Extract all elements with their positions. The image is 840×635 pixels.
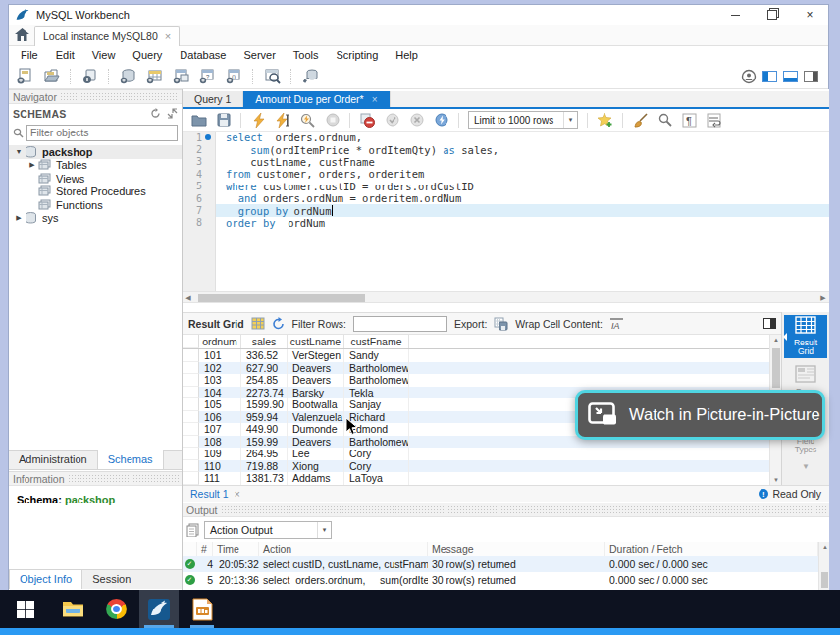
cell-custlname[interactable]: Deavers — [288, 362, 344, 375]
tree-collapsed-icon[interactable]: ▶ — [26, 161, 38, 169]
cell-ordnum[interactable]: 105 — [199, 398, 241, 411]
output-row[interactable]: ✓420:05:32select custID, custLname, cust… — [183, 556, 818, 572]
search-data-button[interactable] — [262, 67, 282, 86]
code-line[interactable]: select orders.ordnum, — [226, 132, 829, 143]
collapse-panel-icon[interactable] — [167, 108, 178, 119]
editor-horizontal-scrollbar[interactable]: ◀ ▶ — [183, 291, 829, 303]
output-vertical-scrollbar[interactable]: ▲ — [818, 542, 829, 590]
tree-item-sys[interactable]: ▶sys — [9, 212, 182, 226]
find-button[interactable] — [656, 112, 673, 129]
menu-item-query[interactable]: Query — [124, 49, 171, 61]
row-selector[interactable] — [183, 374, 199, 387]
row-selector[interactable] — [183, 411, 199, 424]
tree-expanded-icon[interactable]: ▼ — [13, 148, 25, 155]
save-script-button[interactable] — [215, 112, 232, 129]
execute-query-button[interactable] — [250, 112, 267, 129]
menu-item-scripting[interactable]: Scripting — [328, 49, 388, 61]
scroll-right-arrow[interactable]: ▶ — [817, 292, 829, 304]
table-row[interactable]: 103254.85DeaversBartholomew — [183, 374, 769, 387]
cell-ordnum[interactable]: 110 — [199, 460, 241, 473]
close-icon[interactable]: × — [165, 31, 171, 42]
close-icon[interactable]: × — [372, 94, 378, 105]
cell-custlname[interactable]: Valenzuela — [288, 411, 344, 424]
libreoffice-impress-taskbar-button[interactable] — [183, 590, 222, 628]
cell-ordnum[interactable]: 108 — [199, 436, 241, 449]
toggle-left-panel-button[interactable] — [762, 71, 777, 82]
cell-custfname[interactable]: Bartholomew — [344, 362, 409, 375]
toggle-right-panel-button[interactable] — [804, 71, 818, 82]
cell-custlname[interactable]: Dumonde — [288, 423, 344, 436]
mysql-workbench-taskbar-button[interactable] — [139, 590, 179, 628]
menu-item-view[interactable]: View — [83, 49, 125, 61]
row-selector[interactable] — [183, 448, 199, 460]
row-selector[interactable] — [183, 398, 199, 411]
row-selector[interactable] — [183, 349, 199, 362]
output-type-dropdown[interactable]: Action Output ▾ — [204, 521, 332, 539]
cell-ordnum[interactable]: 102 — [199, 362, 241, 375]
open-file-button[interactable] — [190, 112, 207, 129]
menu-item-edit[interactable]: Edit — [47, 49, 83, 61]
cell-custfname[interactable]: Sanjay — [344, 398, 409, 411]
scrollbar-thumb[interactable] — [772, 348, 780, 388]
cell-sales[interactable]: 627.90 — [241, 362, 288, 375]
filter-rows-input[interactable] — [353, 316, 447, 332]
chevron-down-icon[interactable]: ▼ — [802, 462, 810, 471]
row-selector[interactable] — [183, 460, 199, 473]
cell-custlname[interactable]: Barsky — [288, 387, 344, 399]
code-line[interactable]: order by ordNum — [226, 217, 829, 229]
picture-in-picture-button[interactable]: Watch in Picture-in-Picture — [575, 390, 825, 440]
cell-custfname[interactable]: Cory — [344, 448, 409, 460]
file-explorer-button[interactable] — [53, 590, 92, 628]
tab-administration[interactable]: Administration — [9, 450, 97, 469]
maximize-grid-icon[interactable] — [763, 318, 776, 329]
tree-collapsed-icon[interactable]: ▶ — [13, 214, 25, 222]
row-selector[interactable] — [183, 387, 199, 399]
rollback-button[interactable] — [408, 112, 425, 129]
toggle-word-wrap-button[interactable] — [706, 112, 722, 129]
cell-ordnum[interactable]: 109 — [199, 448, 241, 460]
tab-object-info[interactable]: Object Info — [9, 569, 82, 589]
scrollbar-thumb[interactable] — [821, 572, 828, 588]
cell-ordnum[interactable]: 104 — [199, 387, 241, 399]
close-button[interactable]: × — [791, 5, 828, 25]
query-tab-amount-due-per-order[interactable]: Amount Due per Order*× — [243, 91, 390, 107]
execute-statement-button[interactable] — [275, 112, 291, 129]
column-header-custlname[interactable]: custLname — [288, 335, 344, 348]
open-sql-script-button[interactable] — [41, 67, 61, 86]
cell-sales[interactable]: 1381.73 — [241, 472, 288, 485]
menu-item-file[interactable]: File — [12, 49, 47, 61]
reconnect-dbms-button[interactable] — [300, 67, 320, 86]
row-selector-header[interactable] — [183, 335, 199, 348]
cell-ordnum[interactable]: 106 — [199, 411, 241, 424]
account-icon[interactable] — [741, 69, 757, 84]
cell-sales[interactable]: 159.99 — [241, 436, 288, 449]
video-progress-bar[interactable] — [0, 628, 840, 635]
schema-filter-input[interactable] — [27, 127, 177, 138]
result-tab[interactable]: Result 1 — [190, 488, 229, 500]
cell-sales[interactable]: 1599.90 — [241, 398, 288, 411]
scrollbar-thumb[interactable] — [198, 294, 365, 302]
connection-tab[interactable]: Local instance MySQL80 × — [34, 26, 180, 46]
create-table-button[interactable] — [144, 67, 164, 86]
tree-item-stored-procedures[interactable]: Stored Procedures — [9, 185, 182, 199]
create-schema-button[interactable] — [118, 67, 137, 86]
minimize-button[interactable] — [716, 5, 754, 25]
table-row[interactable]: 109264.95LeeCory — [183, 448, 769, 460]
table-row[interactable]: 102627.90DeaversBartholomew — [183, 362, 769, 375]
cell-ordnum[interactable]: 101 — [199, 349, 241, 362]
cell-sales[interactable]: 264.95 — [241, 448, 288, 460]
menu-item-tools[interactable]: Tools — [285, 49, 328, 61]
query-tab-query-1[interactable]: Query 1 — [183, 91, 243, 107]
tab-schemas[interactable]: Schemas — [97, 450, 164, 469]
cell-sales[interactable]: 254.85 — [241, 374, 288, 387]
cell-sales[interactable]: 719.88 — [241, 460, 288, 473]
tree-item-views[interactable]: Views — [9, 172, 182, 185]
sql-editor[interactable]: 12345678 select orders.ordnum, sum(ordIt… — [183, 132, 829, 291]
menu-item-database[interactable]: Database — [171, 49, 235, 61]
column-header-sales[interactable]: sales — [241, 335, 288, 348]
cell-custfname[interactable]: Cory — [344, 460, 409, 473]
cell-custlname[interactable]: Lee — [288, 448, 344, 460]
row-selector[interactable] — [183, 472, 199, 485]
cell-ordnum[interactable]: 103 — [199, 374, 241, 387]
explain-plan-button[interactable] — [299, 112, 316, 129]
